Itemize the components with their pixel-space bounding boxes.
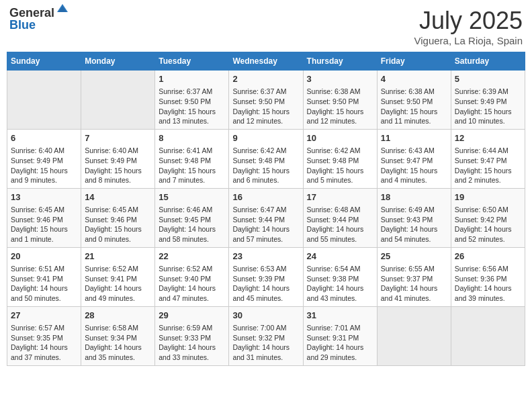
calendar-cell: 22Sunrise: 6:52 AMSunset: 9:40 PMDayligh… [155,247,229,306]
daylight-text: Daylight: 14 hours and 52 minutes. [455,224,521,244]
title-block: July 2025 Viguera, La Rioja, Spain [414,7,523,46]
calendar-table: SundayMondayTuesdayWednesdayThursdayFrid… [7,52,525,366]
sunset-text: Sunset: 9:33 PM [159,333,225,343]
sunrise-text: Sunrise: 6:38 AM [307,87,373,97]
week-row-4: 20Sunrise: 6:51 AMSunset: 9:41 PMDayligh… [7,247,525,306]
sunrise-text: Sunrise: 6:47 AM [232,205,299,215]
daylight-text: Daylight: 15 hours and 12 minutes. [232,107,299,126]
column-header-monday: Monday [81,52,155,71]
day-number: 2 [232,73,299,85]
daylight-text: Daylight: 15 hours and 5 minutes. [307,166,373,185]
day-number: 26 [455,250,521,263]
day-number: 22 [159,250,225,263]
sunset-text: Sunset: 9:44 PM [307,215,373,225]
week-row-2: 6Sunrise: 6:40 AMSunset: 9:49 PMDaylight… [7,129,525,188]
daylight-text: Daylight: 14 hours and 50 minutes. [11,283,77,303]
daylight-text: Daylight: 14 hours and 54 minutes. [381,224,447,244]
sunrise-text: Sunrise: 6:59 AM [159,323,225,333]
day-number: 25 [381,250,447,263]
sunset-text: Sunset: 9:43 PM [381,215,447,225]
calendar-cell: 15Sunrise: 6:46 AMSunset: 9:45 PMDayligh… [155,188,229,247]
week-row-5: 27Sunrise: 6:57 AMSunset: 9:35 PMDayligh… [7,306,525,365]
sunrise-text: Sunrise: 6:58 AM [85,323,151,333]
sunrise-text: Sunrise: 6:50 AM [455,205,521,215]
daylight-text: Daylight: 14 hours and 31 minutes. [232,342,299,362]
daylight-text: Daylight: 15 hours and 2 minutes. [455,166,521,185]
sunset-text: Sunset: 9:50 PM [307,97,373,107]
sunrise-text: Sunrise: 7:00 AM [232,323,299,333]
calendar-cell: 26Sunrise: 6:56 AMSunset: 9:36 PMDayligh… [451,247,525,306]
daylight-text: Daylight: 15 hours and 6 minutes. [232,166,299,185]
calendar-cell: 2Sunrise: 6:37 AMSunset: 9:50 PMDaylight… [229,71,303,130]
sunrise-text: Sunrise: 6:41 AM [159,146,225,156]
sunrise-text: Sunrise: 6:52 AM [159,264,225,274]
day-number: 7 [85,132,151,144]
sunrise-text: Sunrise: 6:49 AM [381,205,447,215]
daylight-text: Daylight: 14 hours and 33 minutes. [159,342,225,362]
sunrise-text: Sunrise: 6:43 AM [381,146,447,156]
day-number: 28 [85,310,151,322]
sunrise-text: Sunrise: 6:44 AM [455,146,521,156]
sunrise-text: Sunrise: 6:52 AM [85,264,151,274]
day-number: 24 [307,250,373,263]
column-header-friday: Friday [377,52,451,71]
sunset-text: Sunset: 9:42 PM [455,215,521,225]
day-number: 6 [11,132,77,144]
daylight-text: Daylight: 14 hours and 35 minutes. [85,342,151,362]
sunset-text: Sunset: 9:46 PM [85,215,151,225]
calendar-header-row: SundayMondayTuesdayWednesdayThursdayFrid… [7,52,525,71]
daylight-text: Daylight: 15 hours and 13 minutes. [159,107,225,126]
daylight-text: Daylight: 15 hours and 4 minutes. [381,166,447,185]
calendar-cell: 4Sunrise: 6:38 AMSunset: 9:50 PMDaylight… [377,71,451,130]
sunrise-text: Sunrise: 6:51 AM [11,264,77,274]
day-number: 21 [85,250,151,263]
day-number: 19 [455,191,521,203]
column-header-thursday: Thursday [303,52,377,71]
sunset-text: Sunset: 9:34 PM [85,333,151,343]
day-number: 11 [381,132,447,144]
sunset-text: Sunset: 9:36 PM [455,274,521,284]
sunset-text: Sunset: 9:38 PM [307,274,373,284]
sunset-text: Sunset: 9:46 PM [11,215,77,225]
sunrise-text: Sunrise: 6:39 AM [455,87,521,97]
sunrise-text: Sunrise: 6:57 AM [11,323,77,333]
daylight-text: Daylight: 14 hours and 29 minutes. [307,342,373,362]
calendar-cell: 8Sunrise: 6:41 AMSunset: 9:48 PMDaylight… [155,129,229,188]
calendar-cell: 3Sunrise: 6:38 AMSunset: 9:50 PMDaylight… [303,71,377,130]
sunset-text: Sunset: 9:37 PM [381,274,447,284]
calendar-cell: 10Sunrise: 6:42 AMSunset: 9:48 PMDayligh… [303,129,377,188]
sunset-text: Sunset: 9:49 PM [455,97,521,107]
sunrise-text: Sunrise: 6:46 AM [159,205,225,215]
day-number: 30 [232,310,299,322]
calendar-cell: 28Sunrise: 6:58 AMSunset: 9:34 PMDayligh… [81,306,155,365]
sunrise-text: Sunrise: 6:40 AM [11,146,77,156]
calendar-cell: 30Sunrise: 7:00 AMSunset: 9:32 PMDayligh… [229,306,303,365]
calendar-cell: 27Sunrise: 6:57 AMSunset: 9:35 PMDayligh… [7,306,81,365]
calendar-cell: 16Sunrise: 6:47 AMSunset: 9:44 PMDayligh… [229,188,303,247]
calendar-cell: 9Sunrise: 6:42 AMSunset: 9:48 PMDaylight… [229,129,303,188]
day-number: 20 [11,250,77,263]
calendar-cell: 18Sunrise: 6:49 AMSunset: 9:43 PMDayligh… [377,188,451,247]
sunrise-text: Sunrise: 7:01 AM [307,323,373,333]
sunrise-text: Sunrise: 6:45 AM [85,205,151,215]
calendar-cell [377,306,451,365]
daylight-text: Daylight: 14 hours and 45 minutes. [232,283,299,303]
day-number: 18 [381,191,447,203]
calendar-cell: 14Sunrise: 6:45 AMSunset: 9:46 PMDayligh… [81,188,155,247]
day-number: 13 [11,191,77,203]
daylight-text: Daylight: 14 hours and 47 minutes. [159,283,225,303]
daylight-text: Daylight: 15 hours and 8 minutes. [85,166,151,185]
sunset-text: Sunset: 9:44 PM [232,215,299,225]
daylight-text: Daylight: 15 hours and 9 minutes. [11,166,77,185]
day-number: 17 [307,191,373,203]
logo-general: General [9,7,54,19]
sunset-text: Sunset: 9:50 PM [159,97,225,107]
sunrise-text: Sunrise: 6:37 AM [232,87,299,97]
sunrise-text: Sunrise: 6:45 AM [11,205,77,215]
week-row-3: 13Sunrise: 6:45 AMSunset: 9:46 PMDayligh… [7,188,525,247]
daylight-text: Daylight: 14 hours and 37 minutes. [11,342,77,362]
day-number: 10 [307,132,373,144]
sunset-text: Sunset: 9:40 PM [159,274,225,284]
week-row-1: 1Sunrise: 6:37 AMSunset: 9:50 PMDaylight… [7,71,525,130]
calendar-cell: 1Sunrise: 6:37 AMSunset: 9:50 PMDaylight… [155,71,229,130]
